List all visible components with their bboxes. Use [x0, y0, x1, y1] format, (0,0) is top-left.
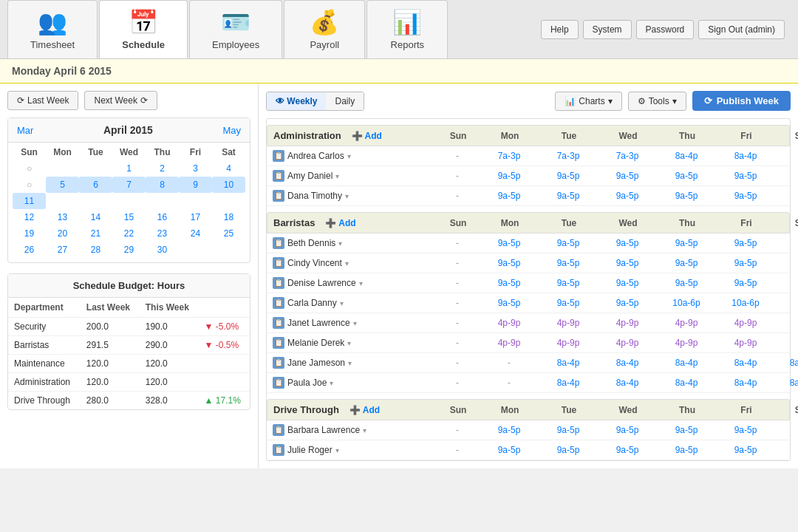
cal-cell[interactable]: 5: [46, 177, 79, 193]
cal-cell[interactable]: 14: [79, 209, 112, 225]
shift-cell[interactable]: 8a-4p: [598, 378, 657, 388]
cal-cell[interactable]: 25: [212, 225, 245, 242]
cal-cell[interactable]: 24: [179, 225, 212, 242]
shift-cell[interactable]: 9a-5p: [657, 278, 716, 288]
shift-cell[interactable]: 9a-5p: [539, 258, 598, 268]
cal-cell[interactable]: 18: [212, 209, 245, 225]
shift-cell[interactable]: 9a-5p: [598, 171, 657, 181]
cal-cell[interactable]: 21: [79, 225, 112, 242]
cal-cell[interactable]: 4: [212, 160, 245, 177]
shift-cell[interactable]: 9a-5p: [716, 445, 775, 455]
shift-cell[interactable]: 9a-5p: [480, 171, 539, 181]
employee-name-label[interactable]: Andrea Carlos: [287, 151, 344, 161]
shift-cell[interactable]: 9a-5p: [716, 258, 775, 268]
shift-cell[interactable]: 10a-6p: [716, 298, 775, 308]
employee-dropdown[interactable]: ▾: [335, 172, 339, 180]
shift-cell[interactable]: 9a-5p: [480, 425, 539, 435]
employee-dropdown[interactable]: ▾: [345, 259, 349, 267]
cal-cell[interactable]: [46, 160, 79, 177]
employee-dropdown[interactable]: ▾: [338, 239, 342, 248]
cal-cell[interactable]: [179, 242, 212, 258]
next-month-button[interactable]: May: [222, 125, 241, 136]
employee-name-label[interactable]: Barbara Lawrence: [287, 425, 360, 435]
employee-name-label[interactable]: Amy Daniel: [287, 171, 332, 181]
cal-cell[interactable]: 15: [112, 209, 146, 225]
cal-cell[interactable]: 1: [112, 160, 146, 177]
shift-cell[interactable]: 9a-5p: [598, 425, 657, 435]
shift-cell[interactable]: 8a-4p: [716, 378, 775, 388]
employee-name-label[interactable]: Paula Joe: [287, 378, 327, 388]
shift-cell[interactable]: 9a-5p: [657, 238, 716, 248]
next-week-button[interactable]: Next Week ⟳: [84, 91, 157, 110]
cal-cell[interactable]: ○: [13, 160, 46, 177]
shift-cell[interactable]: 8a-4p: [716, 358, 775, 368]
cal-cell[interactable]: 27: [46, 242, 79, 258]
shift-cell[interactable]: 9a-5p: [539, 191, 598, 201]
employee-name-label[interactable]: Melanie Derek: [287, 338, 344, 348]
shift-cell[interactable]: 8a-4p: [775, 378, 798, 388]
shift-cell[interactable]: 4p-9p: [716, 318, 775, 328]
cal-cell[interactable]: 3: [179, 160, 212, 177]
tools-button[interactable]: ⚙ Tools ▾: [628, 92, 686, 111]
shift-cell[interactable]: 9a-5p: [539, 298, 598, 308]
shift-cell[interactable]: 9a-5p: [716, 238, 775, 248]
shift-cell[interactable]: 9a-5p: [539, 278, 598, 288]
shift-cell[interactable]: 4p-9p: [480, 318, 539, 328]
employee-dropdown[interactable]: ▾: [347, 152, 351, 160]
employee-dropdown[interactable]: ▾: [353, 319, 357, 327]
shift-cell[interactable]: 9a-5p: [716, 278, 775, 288]
employee-name-label[interactable]: Jane Jameson: [287, 358, 345, 368]
charts-button[interactable]: 📊 Charts ▾: [555, 92, 621, 111]
tab-payroll[interactable]: 💰 Payroll: [284, 0, 365, 58]
employee-dropdown[interactable]: ▾: [335, 446, 339, 454]
add-employee-button-barristas[interactable]: ➕ Add: [325, 218, 355, 228]
shift-cell[interactable]: 8a-4p: [657, 378, 716, 388]
shift-cell[interactable]: 8a-4p: [775, 358, 798, 368]
shift-cell[interactable]: 8a-4p: [716, 151, 775, 161]
shift-cell[interactable]: 9a-5p: [716, 191, 775, 201]
tab-employees[interactable]: 🪪 Employees: [189, 0, 282, 58]
shift-cell[interactable]: 8a-4p: [598, 358, 657, 368]
shift-cell[interactable]: 7a-3p: [539, 151, 598, 161]
cal-cell[interactable]: 28: [79, 242, 112, 258]
tab-schedule[interactable]: 📅 Schedule: [99, 0, 188, 58]
last-week-button[interactable]: ⟳ Last Week: [7, 91, 78, 110]
shift-cell[interactable]: 9a-5p: [716, 171, 775, 181]
cal-cell[interactable]: 8: [146, 177, 179, 193]
shift-cell[interactable]: 9a-5p: [480, 191, 539, 201]
cal-cell[interactable]: 7: [112, 177, 146, 193]
shift-cell[interactable]: 9a-5p: [480, 238, 539, 248]
shift-cell[interactable]: 9a-5p: [598, 238, 657, 248]
cal-cell[interactable]: 17: [179, 209, 212, 225]
shift-cell[interactable]: 4p-9p: [657, 338, 716, 348]
cal-cell[interactable]: 20: [46, 225, 79, 242]
shift-cell[interactable]: 4p-9p: [598, 338, 657, 348]
employee-dropdown[interactable]: ▾: [348, 359, 352, 367]
signout-button[interactable]: Sign Out (admin): [698, 20, 785, 39]
daily-view-button[interactable]: Daily: [326, 92, 364, 110]
help-button[interactable]: Help: [541, 20, 579, 39]
cal-cell[interactable]: ○: [13, 177, 46, 193]
shift-cell[interactable]: 9a-5p: [598, 191, 657, 201]
cal-cell[interactable]: 30: [146, 242, 179, 258]
shift-cell[interactable]: 9a-5p: [539, 238, 598, 248]
shift-cell[interactable]: 4p-9p: [657, 318, 716, 328]
shift-cell[interactable]: 7a-3p: [480, 151, 539, 161]
cal-cell[interactable]: 16: [146, 209, 179, 225]
shift-cell[interactable]: 9a-5p: [480, 445, 539, 455]
publish-week-button[interactable]: ⟳ Publish Week: [692, 91, 791, 111]
employee-dropdown[interactable]: ▾: [345, 192, 349, 200]
shift-cell[interactable]: 8a-4p: [539, 378, 598, 388]
shift-cell[interactable]: 9a-5p: [657, 258, 716, 268]
cal-cell[interactable]: 23: [146, 225, 179, 242]
shift-cell[interactable]: 9a-5p: [716, 425, 775, 435]
shift-cell[interactable]: 4p-9p: [716, 338, 775, 348]
weekly-view-button[interactable]: 👁 Weekly: [267, 92, 326, 110]
shift-cell[interactable]: 9a-5p: [657, 191, 716, 201]
employee-dropdown[interactable]: ▾: [330, 379, 333, 387]
cal-cell[interactable]: 13: [46, 209, 79, 225]
shift-cell[interactable]: 8a-4p: [539, 358, 598, 368]
cal-cell[interactable]: 2: [146, 160, 179, 177]
shift-cell[interactable]: 9a-5p: [657, 445, 716, 455]
shift-cell[interactable]: 9a-5p: [539, 171, 598, 181]
